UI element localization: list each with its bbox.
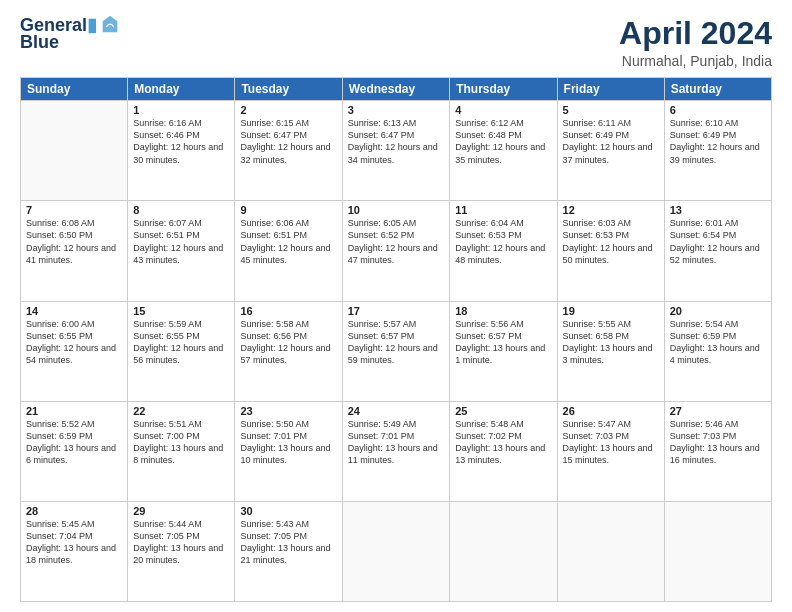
day-number: 13 xyxy=(670,204,766,216)
day-number: 20 xyxy=(670,305,766,317)
calendar-cell: 28Sunrise: 5:45 AMSunset: 7:04 PMDayligh… xyxy=(21,501,128,601)
day-number: 9 xyxy=(240,204,336,216)
day-info: Sunrise: 6:03 AMSunset: 6:53 PMDaylight:… xyxy=(563,217,659,266)
month-title: April 2024 xyxy=(619,16,772,51)
calendar-cell: 18Sunrise: 5:56 AMSunset: 6:57 PMDayligh… xyxy=(450,301,557,401)
calendar-cell xyxy=(342,501,450,601)
calendar-cell: 16Sunrise: 5:58 AMSunset: 6:56 PMDayligh… xyxy=(235,301,342,401)
day-info: Sunrise: 5:47 AMSunset: 7:03 PMDaylight:… xyxy=(563,418,659,467)
day-info: Sunrise: 6:07 AMSunset: 6:51 PMDaylight:… xyxy=(133,217,229,266)
calendar-cell: 9Sunrise: 6:06 AMSunset: 6:51 PMDaylight… xyxy=(235,201,342,301)
calendar-cell: 14Sunrise: 6:00 AMSunset: 6:55 PMDayligh… xyxy=(21,301,128,401)
day-number: 29 xyxy=(133,505,229,517)
calendar-cell: 13Sunrise: 6:01 AMSunset: 6:54 PMDayligh… xyxy=(664,201,771,301)
calendar-week-row: 1Sunrise: 6:16 AMSunset: 6:46 PMDaylight… xyxy=(21,101,772,201)
day-number: 27 xyxy=(670,405,766,417)
header: General▮ Blue April 2024 Nurmahal, Punja… xyxy=(20,16,772,69)
calendar-cell: 30Sunrise: 5:43 AMSunset: 7:05 PMDayligh… xyxy=(235,501,342,601)
calendar-cell: 6Sunrise: 6:10 AMSunset: 6:49 PMDaylight… xyxy=(664,101,771,201)
day-number: 21 xyxy=(26,405,122,417)
calendar-body: 1Sunrise: 6:16 AMSunset: 6:46 PMDaylight… xyxy=(21,101,772,602)
day-info: Sunrise: 5:49 AMSunset: 7:01 PMDaylight:… xyxy=(348,418,445,467)
day-number: 11 xyxy=(455,204,551,216)
calendar-cell: 27Sunrise: 5:46 AMSunset: 7:03 PMDayligh… xyxy=(664,401,771,501)
calendar-cell: 5Sunrise: 6:11 AMSunset: 6:49 PMDaylight… xyxy=(557,101,664,201)
calendar-cell xyxy=(664,501,771,601)
day-number: 10 xyxy=(348,204,445,216)
day-info: Sunrise: 5:46 AMSunset: 7:03 PMDaylight:… xyxy=(670,418,766,467)
day-number: 28 xyxy=(26,505,122,517)
day-info: Sunrise: 5:54 AMSunset: 6:59 PMDaylight:… xyxy=(670,318,766,367)
day-number: 17 xyxy=(348,305,445,317)
calendar-cell: 11Sunrise: 6:04 AMSunset: 6:53 PMDayligh… xyxy=(450,201,557,301)
day-number: 7 xyxy=(26,204,122,216)
title-block: April 2024 Nurmahal, Punjab, India xyxy=(619,16,772,69)
day-info: Sunrise: 5:58 AMSunset: 6:56 PMDaylight:… xyxy=(240,318,336,367)
day-number: 24 xyxy=(348,405,445,417)
day-number: 3 xyxy=(348,104,445,116)
header-sunday: Sunday xyxy=(21,78,128,101)
header-tuesday: Tuesday xyxy=(235,78,342,101)
day-info: Sunrise: 6:06 AMSunset: 6:51 PMDaylight:… xyxy=(240,217,336,266)
day-info: Sunrise: 6:04 AMSunset: 6:53 PMDaylight:… xyxy=(455,217,551,266)
day-number: 30 xyxy=(240,505,336,517)
calendar-page: General▮ Blue April 2024 Nurmahal, Punja… xyxy=(0,0,792,612)
day-info: Sunrise: 5:56 AMSunset: 6:57 PMDaylight:… xyxy=(455,318,551,367)
day-info: Sunrise: 5:45 AMSunset: 7:04 PMDaylight:… xyxy=(26,518,122,567)
day-number: 1 xyxy=(133,104,229,116)
calendar-week-row: 7Sunrise: 6:08 AMSunset: 6:50 PMDaylight… xyxy=(21,201,772,301)
day-info: Sunrise: 5:48 AMSunset: 7:02 PMDaylight:… xyxy=(455,418,551,467)
day-info: Sunrise: 5:43 AMSunset: 7:05 PMDaylight:… xyxy=(240,518,336,567)
day-info: Sunrise: 5:59 AMSunset: 6:55 PMDaylight:… xyxy=(133,318,229,367)
day-number: 25 xyxy=(455,405,551,417)
logo: General▮ Blue xyxy=(20,16,121,53)
calendar-cell: 21Sunrise: 5:52 AMSunset: 6:59 PMDayligh… xyxy=(21,401,128,501)
day-number: 8 xyxy=(133,204,229,216)
header-monday: Monday xyxy=(128,78,235,101)
calendar-cell: 26Sunrise: 5:47 AMSunset: 7:03 PMDayligh… xyxy=(557,401,664,501)
calendar-cell: 17Sunrise: 5:57 AMSunset: 6:57 PMDayligh… xyxy=(342,301,450,401)
day-info: Sunrise: 5:52 AMSunset: 6:59 PMDaylight:… xyxy=(26,418,122,467)
calendar-cell: 23Sunrise: 5:50 AMSunset: 7:01 PMDayligh… xyxy=(235,401,342,501)
day-number: 4 xyxy=(455,104,551,116)
calendar-cell: 4Sunrise: 6:12 AMSunset: 6:48 PMDaylight… xyxy=(450,101,557,201)
day-number: 23 xyxy=(240,405,336,417)
day-info: Sunrise: 6:08 AMSunset: 6:50 PMDaylight:… xyxy=(26,217,122,266)
header-friday: Friday xyxy=(557,78,664,101)
day-info: Sunrise: 6:15 AMSunset: 6:47 PMDaylight:… xyxy=(240,117,336,166)
day-info: Sunrise: 5:50 AMSunset: 7:01 PMDaylight:… xyxy=(240,418,336,467)
calendar-cell: 20Sunrise: 5:54 AMSunset: 6:59 PMDayligh… xyxy=(664,301,771,401)
calendar-cell xyxy=(450,501,557,601)
calendar-cell: 3Sunrise: 6:13 AMSunset: 6:47 PMDaylight… xyxy=(342,101,450,201)
logo-icon xyxy=(99,14,121,36)
day-info: Sunrise: 5:57 AMSunset: 6:57 PMDaylight:… xyxy=(348,318,445,367)
day-info: Sunrise: 6:05 AMSunset: 6:52 PMDaylight:… xyxy=(348,217,445,266)
calendar-cell: 12Sunrise: 6:03 AMSunset: 6:53 PMDayligh… xyxy=(557,201,664,301)
day-number: 16 xyxy=(240,305,336,317)
day-info: Sunrise: 6:13 AMSunset: 6:47 PMDaylight:… xyxy=(348,117,445,166)
day-info: Sunrise: 6:12 AMSunset: 6:48 PMDaylight:… xyxy=(455,117,551,166)
day-number: 2 xyxy=(240,104,336,116)
calendar-week-row: 14Sunrise: 6:00 AMSunset: 6:55 PMDayligh… xyxy=(21,301,772,401)
calendar-cell: 2Sunrise: 6:15 AMSunset: 6:47 PMDaylight… xyxy=(235,101,342,201)
day-info: Sunrise: 6:01 AMSunset: 6:54 PMDaylight:… xyxy=(670,217,766,266)
day-info: Sunrise: 5:51 AMSunset: 7:00 PMDaylight:… xyxy=(133,418,229,467)
day-info: Sunrise: 6:00 AMSunset: 6:55 PMDaylight:… xyxy=(26,318,122,367)
day-number: 14 xyxy=(26,305,122,317)
header-saturday: Saturday xyxy=(664,78,771,101)
calendar-cell: 29Sunrise: 5:44 AMSunset: 7:05 PMDayligh… xyxy=(128,501,235,601)
day-info: Sunrise: 5:44 AMSunset: 7:05 PMDaylight:… xyxy=(133,518,229,567)
day-number: 18 xyxy=(455,305,551,317)
header-wednesday: Wednesday xyxy=(342,78,450,101)
location: Nurmahal, Punjab, India xyxy=(619,53,772,69)
calendar-cell: 15Sunrise: 5:59 AMSunset: 6:55 PMDayligh… xyxy=(128,301,235,401)
day-number: 6 xyxy=(670,104,766,116)
calendar-cell: 25Sunrise: 5:48 AMSunset: 7:02 PMDayligh… xyxy=(450,401,557,501)
day-number: 5 xyxy=(563,104,659,116)
day-number: 22 xyxy=(133,405,229,417)
header-thursday: Thursday xyxy=(450,78,557,101)
calendar-cell: 8Sunrise: 6:07 AMSunset: 6:51 PMDaylight… xyxy=(128,201,235,301)
calendar-cell xyxy=(21,101,128,201)
calendar-cell: 7Sunrise: 6:08 AMSunset: 6:50 PMDaylight… xyxy=(21,201,128,301)
day-number: 19 xyxy=(563,305,659,317)
